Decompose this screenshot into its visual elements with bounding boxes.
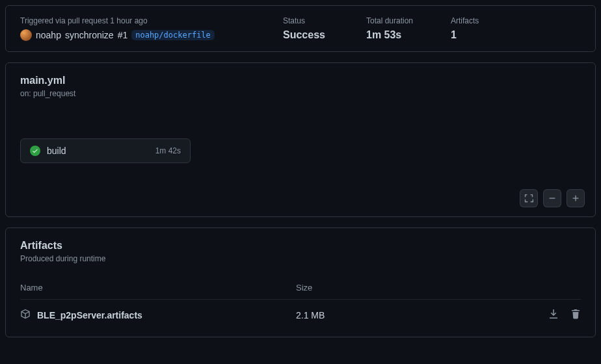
author-link[interactable]: noahp bbox=[36, 30, 61, 40]
run-summary: Triggered via pull request 1 hour ago no… bbox=[5, 5, 596, 52]
duration-label: Total duration bbox=[366, 16, 451, 25]
cube-icon bbox=[20, 309, 31, 321]
trigger-label: Triggered via pull request 1 hour ago bbox=[20, 16, 283, 25]
artifact-name: BLE_p2pServer.artifacts bbox=[37, 310, 142, 320]
workflow-graph: main.yml on: pull_request build 1m 42s bbox=[5, 62, 596, 217]
workflow-trigger: on: pull_request bbox=[20, 89, 581, 98]
header-name: Name bbox=[20, 283, 296, 292]
delete-button[interactable] bbox=[570, 309, 581, 321]
artifacts-count-label: Artifacts bbox=[451, 16, 581, 25]
artifacts-section: Artifacts Produced during runtime Name S… bbox=[5, 228, 596, 337]
artifact-name-cell[interactable]: BLE_p2pServer.artifacts bbox=[20, 309, 296, 321]
job-name: build bbox=[47, 146, 149, 156]
branch-label[interactable]: noahp/dockerfile bbox=[131, 30, 215, 40]
status-col: Status Success bbox=[283, 16, 366, 41]
status-value: Success bbox=[283, 29, 366, 41]
artifacts-count-col: Artifacts 1 bbox=[451, 16, 581, 41]
trigger-action: synchronize bbox=[65, 30, 114, 40]
svg-rect-2 bbox=[575, 196, 576, 202]
workflow-name[interactable]: main.yml bbox=[20, 75, 581, 86]
duration-col: Total duration 1m 53s bbox=[366, 16, 451, 41]
trigger-info: Triggered via pull request 1 hour ago no… bbox=[20, 16, 283, 41]
artifacts-title: Artifacts bbox=[20, 240, 581, 252]
trigger-line: noahp synchronize #1 noahp/dockerfile bbox=[20, 29, 283, 41]
artifact-size: 2.1 MB bbox=[296, 310, 535, 320]
header-size: Size bbox=[296, 283, 535, 292]
svg-rect-0 bbox=[550, 198, 555, 198]
avatar[interactable] bbox=[20, 29, 32, 41]
duration-value[interactable]: 1m 53s bbox=[366, 29, 451, 41]
artifacts-subtitle: Produced during runtime bbox=[20, 254, 581, 263]
artifact-row: BLE_p2pServer.artifacts 2.1 MB bbox=[20, 299, 581, 330]
download-button[interactable] bbox=[548, 309, 559, 321]
fullscreen-button[interactable] bbox=[520, 189, 538, 207]
job-duration: 1m 42s bbox=[155, 146, 181, 155]
job-card[interactable]: build 1m 42s bbox=[20, 138, 191, 163]
graph-controls bbox=[520, 189, 585, 207]
artifacts-count-value[interactable]: 1 bbox=[451, 29, 581, 41]
pr-link[interactable]: #1 bbox=[118, 30, 128, 40]
zoom-in-button[interactable] bbox=[567, 189, 585, 207]
zoom-out-button[interactable] bbox=[543, 189, 561, 207]
status-label: Status bbox=[283, 16, 366, 25]
artifacts-table-header: Name Size bbox=[20, 275, 581, 299]
success-check-icon bbox=[30, 146, 40, 156]
